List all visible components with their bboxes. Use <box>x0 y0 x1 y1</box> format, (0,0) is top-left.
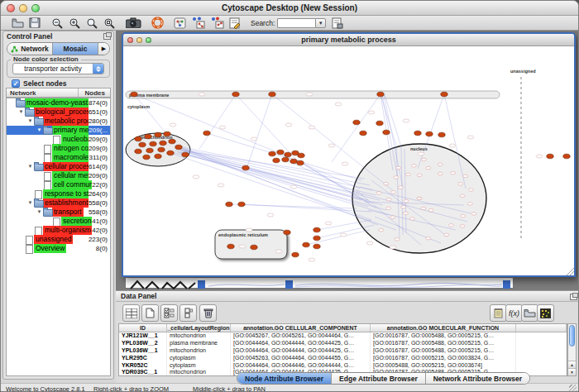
network-canvas[interactable]: plasma membrane cytoplasm mitochondrion … <box>123 46 574 275</box>
gene-node[interactable] <box>232 92 239 97</box>
gene-node[interactable] <box>203 131 210 136</box>
save-session-icon[interactable] <box>28 17 41 30</box>
float-panel-icon[interactable] <box>103 33 111 40</box>
delete-attribute-icon[interactable] <box>199 304 217 322</box>
gene-node[interactable] <box>135 136 141 141</box>
select-attributes-icon[interactable] <box>160 304 178 322</box>
gene-node[interactable] <box>139 142 146 147</box>
gene-node[interactable] <box>377 92 384 97</box>
tree-expand-icon[interactable]: ▼ <box>26 162 34 171</box>
network-view-window[interactable]: primary metabolic process plasma membran… <box>122 32 576 277</box>
help-icon[interactable] <box>151 17 164 30</box>
tree-row[interactable]: cell communicat22(0) <box>7 180 110 189</box>
gene-node[interactable] <box>238 202 245 207</box>
column-header[interactable]: ID <box>119 324 167 332</box>
cell-id[interactable]: YJR121W__1 <box>119 332 167 340</box>
gene-node[interactable] <box>353 120 360 125</box>
tree-row[interactable]: nitrogen compo209(0) <box>7 144 110 153</box>
gene-node[interactable] <box>145 134 151 139</box>
tree-row[interactable]: macromolecule311(0) <box>7 153 110 162</box>
table-row[interactable]: YLR295Ccytoplasm[GO:0045263, GO:0044464,… <box>119 355 567 362</box>
gene-node[interactable] <box>292 252 299 257</box>
tree-row[interactable]: response to stimulu264(0) <box>7 189 110 198</box>
gene-node[interactable] <box>360 131 366 136</box>
network-tree[interactable]: mosaic-demo-yeast874(0)▼biological_proce… <box>6 98 111 376</box>
tree-row[interactable]: secretion41(0) <box>7 217 110 226</box>
unselect-attributes-icon[interactable] <box>179 304 197 322</box>
gene-node[interactable] <box>150 141 156 146</box>
cell-molecular[interactable]: [GO:0016787, GO:0005488, GO:0005215, G… <box>371 332 516 340</box>
gene-node[interactable] <box>285 152 291 157</box>
table-scrollbar[interactable]: ▲ ▼ <box>567 323 577 376</box>
zoom-fit-icon[interactable] <box>103 17 116 30</box>
column-header[interactable] <box>516 324 567 332</box>
gene-node[interactable] <box>269 151 275 156</box>
gene-node[interactable] <box>143 155 150 160</box>
gene-node[interactable] <box>169 139 175 144</box>
gene-node[interactable] <box>269 92 275 97</box>
cell-region[interactable]: mitochondrion <box>167 369 231 376</box>
cell-empty[interactable] <box>516 332 567 340</box>
cell-region[interactable]: cytoplasm <box>167 355 231 362</box>
cell-id[interactable]: YKR052C <box>119 362 167 370</box>
import-attributes-icon[interactable] <box>331 17 344 30</box>
column-header[interactable]: _cellularLayoutRegion <box>167 324 231 332</box>
snapshot-icon[interactable] <box>125 17 141 30</box>
import-attribute-file-icon[interactable] <box>521 304 538 322</box>
cell-empty[interactable] <box>516 362 567 370</box>
search-dropdown-arrow[interactable]: ▼ <box>315 18 326 28</box>
gene-node[interactable] <box>383 130 390 135</box>
gene-node[interactable] <box>155 154 161 159</box>
column-header[interactable]: annotation.GO CELLULAR_COMPONENT <box>231 324 371 332</box>
cell-molecular[interactable]: [GO:0016787, GO:0005488, GO:0005215, G… <box>371 340 516 347</box>
tree-row[interactable]: mosaic-demo-yeast874(0) <box>7 98 110 108</box>
select-nodes-checkbox[interactable]: ✓ <box>12 79 20 88</box>
float-data-panel-icon[interactable] <box>570 294 577 300</box>
scroll-down-arrow[interactable]: ▼ <box>568 368 576 375</box>
scrollbar-thumb[interactable] <box>569 325 575 347</box>
gene-node[interactable] <box>284 230 290 235</box>
tree-expand-icon[interactable]: ▼ <box>26 117 34 126</box>
gene-node[interactable] <box>313 236 320 241</box>
zoom-in-icon[interactable] <box>68 17 81 30</box>
search-input[interactable] <box>277 18 315 28</box>
gene-node[interactable] <box>167 151 174 155</box>
cell-molecular[interactable]: [GO:0016787, GO:0005488, GO:0005215, G… <box>371 347 516 355</box>
cell-id[interactable]: YDR039C__1 <box>119 369 167 376</box>
gene-node[interactable] <box>242 165 249 170</box>
table-row[interactable]: YPL036W__1mitochondrion[GO:0044464, GO:0… <box>119 347 567 355</box>
open-session-icon[interactable] <box>11 17 24 30</box>
gene-node[interactable] <box>313 244 320 249</box>
tree-row[interactable]: ▼establishment of lo558(0) <box>7 198 110 208</box>
tree-row[interactable]: nucleobase-209(0) <box>7 135 110 144</box>
cell-empty[interactable] <box>516 355 567 362</box>
column-header[interactable]: annotation.GO MOLECULAR_FUNCTION <box>371 324 516 332</box>
tree-expand-icon[interactable]: ▼ <box>26 198 34 208</box>
network-view-icon[interactable] <box>173 17 186 30</box>
scroll-up-arrow[interactable]: ▲ <box>568 361 576 368</box>
tree-row[interactable]: ▼cellular process614(0) <box>7 162 110 171</box>
gene-node[interactable] <box>277 150 284 155</box>
cell-id[interactable]: YPL036W__1 <box>119 347 167 355</box>
new-attribute-icon[interactable] <box>141 304 159 322</box>
cell-empty[interactable] <box>516 347 567 355</box>
gene-node[interactable] <box>182 152 189 157</box>
tab-node-attribute-browser[interactable]: Node Attribute Browser <box>237 373 332 384</box>
cell-id[interactable]: YPL036W__2 <box>119 340 167 347</box>
tree-expand-icon[interactable]: ▼ <box>36 208 43 217</box>
table-row[interactable]: YKR052Ccytoplasm[GO:0044464, GO:0044446,… <box>119 362 567 370</box>
gene-node[interactable] <box>160 141 166 146</box>
layout-2-icon[interactable] <box>209 17 224 30</box>
gene-node[interactable] <box>303 242 309 247</box>
view-resize-grip[interactable] <box>567 268 574 275</box>
table-row[interactable]: YJR121W__1mitochondrion[GO:0045267, GO:0… <box>119 332 567 340</box>
gene-node[interactable] <box>155 132 161 137</box>
gene-node[interactable] <box>164 131 170 136</box>
attribute-table-icon[interactable] <box>122 304 140 322</box>
tabs-overflow-arrow[interactable]: ▶ <box>98 43 109 55</box>
tree-row[interactable]: ▼biological_process651(0) <box>7 108 110 117</box>
cell-region[interactable]: mitochondrion <box>167 332 231 340</box>
cell-molecular[interactable]: [GO:0016787, GO:0005215, GO:0003824, G… <box>371 355 516 362</box>
gene-node[interactable] <box>376 121 383 126</box>
gene-node[interactable] <box>313 227 320 232</box>
